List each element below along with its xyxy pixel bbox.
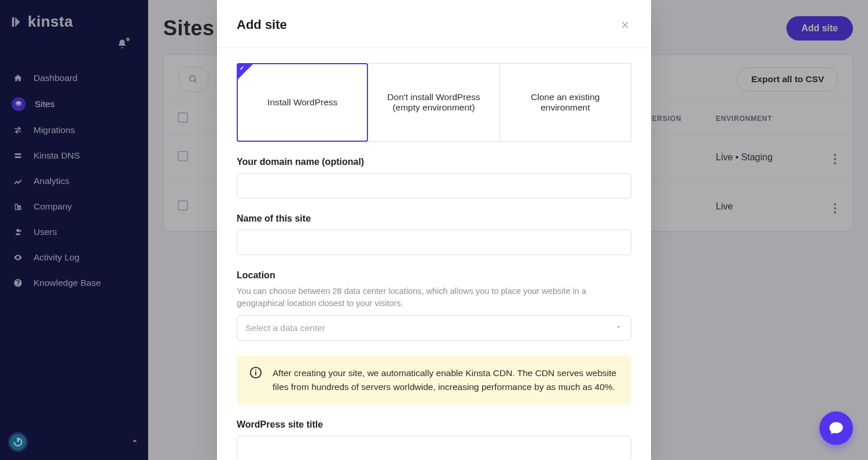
cdn-info-banner: After creating your site, we automatical… [237,356,631,404]
type-card-label: Don't install WordPress (empty environme… [378,92,488,113]
field-wp-title: WordPress site title [237,419,631,460]
svg-rect-1 [255,371,256,375]
field-label: WordPress site title [237,419,631,430]
modal-header: Add site [217,0,651,48]
type-card-label: Install WordPress [267,97,337,108]
type-card-empty-environment[interactable]: Don't install WordPress (empty environme… [368,63,499,142]
field-label: Name of this site [237,214,631,224]
field-label: Location [237,270,631,281]
wp-title-input[interactable] [237,436,631,460]
selected-indicator-icon [238,64,253,79]
chat-fab[interactable] [819,411,853,445]
svg-rect-2 [255,370,256,371]
select-placeholder: Select a data center [245,323,325,333]
chat-icon [828,420,844,436]
location-select[interactable]: Select a data center [237,315,631,341]
field-help: You can choose between 28 data center lo… [237,285,631,310]
info-icon [249,366,262,379]
domain-input[interactable] [237,173,631,198]
modal-close-button[interactable] [620,19,631,31]
site-name-input[interactable] [237,230,631,255]
field-label: Your domain name (optional) [237,157,631,167]
info-text: After creating your site, we automatical… [273,366,619,394]
type-card-install-wordpress[interactable]: Install WordPress [237,63,368,142]
add-site-modal: Add site Install WordPress Don't install… [217,0,651,460]
field-location: Location You can choose between 28 data … [237,270,631,341]
close-icon [621,20,630,30]
modal-title: Add site [237,17,287,32]
type-card-clone-environment[interactable]: Clone an existing environment [500,63,631,142]
field-domain: Your domain name (optional) [237,157,631,198]
field-site-name: Name of this site [237,214,631,255]
modal-body: Install WordPress Don't install WordPres… [217,48,651,460]
site-type-selector: Install WordPress Don't install WordPres… [237,63,631,142]
chevron-down-icon [615,323,623,333]
type-card-label: Clone an existing environment [510,92,620,113]
